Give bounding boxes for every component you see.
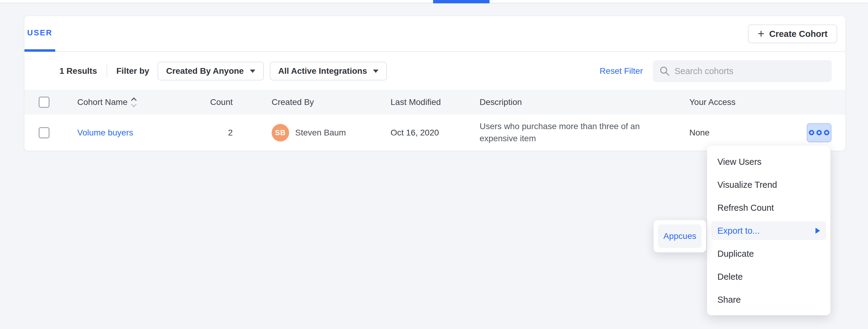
avatar: SB [272,124,289,141]
column-header-description: Description [479,98,661,107]
search-box[interactable] [653,60,832,82]
export-to-label: Export to... [717,226,760,236]
select-all-checkbox[interactable] [39,97,50,108]
integrations-dropdown-value: All Active Integrations [278,66,367,76]
tab-bar: USER + Create Cohort [25,16,845,52]
divider [106,65,107,77]
menu-item-share[interactable]: Share [707,288,830,311]
more-dots-icon [824,130,829,135]
created-by-dropdown[interactable]: Created By Anyone [158,62,264,80]
cohort-description: Users who purchase more than three of an… [479,120,661,145]
results-count: 1 Results [59,66,97,76]
row-more-actions-button[interactable] [807,123,832,142]
created-by-dropdown-value: Created By Anyone [166,66,244,76]
tab-user[interactable]: USER [25,16,55,52]
cohort-name-link[interactable]: Volume buyers [77,128,133,137]
more-dots-icon [816,130,822,135]
filter-by-label: Filter by [117,66,149,76]
integrations-dropdown[interactable]: All Active Integrations [270,62,387,80]
export-submenu: Appcues [653,220,706,252]
column-header-cohort-name[interactable]: Cohort Name [77,98,136,107]
more-dots-icon [809,130,814,135]
sort-icon[interactable] [132,98,136,106]
menu-item-export-to[interactable]: Export to... [711,221,826,240]
column-header-last-modified: Last Modified [391,98,441,107]
menu-item-view-users[interactable]: View Users [707,150,830,173]
column-header-your-access: Your Access [689,98,736,107]
last-modified-date: Oct 16, 2020 [391,128,439,138]
menu-item-delete[interactable]: Delete [707,265,830,288]
created-by-name: Steven Baum [295,128,346,138]
row-actions-context-menu: View Users Visualize Trend Refresh Count… [707,145,831,316]
top-nav-strip [0,0,868,3]
menu-item-duplicate[interactable]: Duplicate [707,242,830,265]
table-header: Cohort Name Count Created By Last Modifi… [25,90,845,115]
chevron-down-icon [373,70,378,73]
active-nav-tab-indicator[interactable] [433,0,490,3]
row-checkbox[interactable] [39,127,50,138]
search-icon [659,66,670,76]
menu-item-refresh-count[interactable]: Refresh Count [707,196,830,219]
submenu-item-appcues[interactable]: Appcues [658,224,702,248]
cohort-count: 2 [172,128,233,138]
create-cohort-button[interactable]: + Create Cohort [748,25,837,43]
submenu-arrow-icon [815,228,820,234]
your-access-value: None [689,128,710,138]
column-header-count: Count [172,98,233,107]
menu-item-visualize-trend[interactable]: Visualize Trend [707,173,830,196]
reset-filter-link[interactable]: Reset Filter [600,66,643,76]
column-header-created-by: Created By [272,98,314,107]
plus-icon: + [757,28,764,39]
search-input[interactable] [675,66,825,76]
filter-row: 1 Results Filter by Created By Anyone Al… [25,52,845,90]
chevron-down-icon [250,70,255,73]
cohorts-card: USER + Create Cohort 1 Results Filter by… [24,16,846,150]
create-cohort-label: Create Cohort [769,29,828,39]
